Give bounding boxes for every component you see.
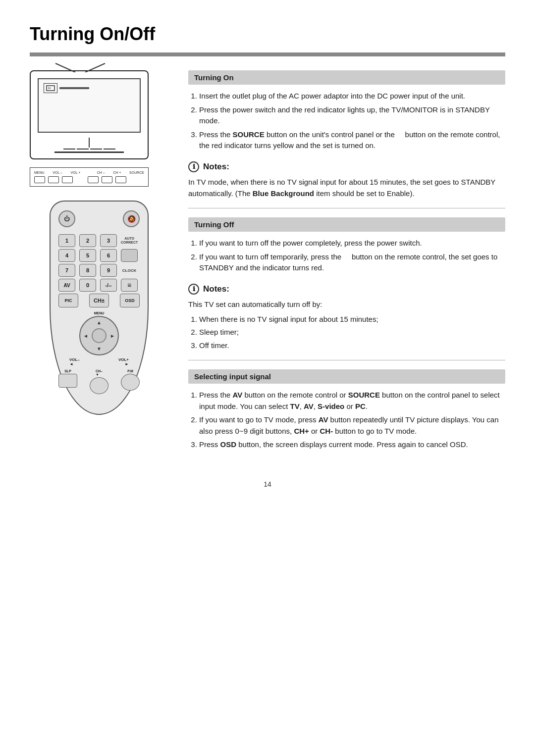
selecting-input-steps: Press the AV button on the remote contro… [188, 390, 505, 451]
notes-item-1: When there is no TV signal input for abo… [199, 314, 505, 325]
control-panel: MENU VOL – VOL + CH – CH + SOURCE [30, 167, 149, 187]
ctrl-btn-ch-plus[interactable] [102, 176, 112, 183]
notes-box-2: ℹ Notes: This TV set can automatically t… [188, 284, 505, 352]
remote-bottom-buttons: SLP CH–▼ P.M [58, 369, 140, 394]
remote-btn-5[interactable]: 5 [79, 249, 96, 262]
ctrl-btn-menu[interactable] [34, 176, 45, 183]
notes-label-1: Notes: [203, 162, 229, 172]
remote-nav-left-arrow: ◄ [83, 333, 88, 339]
page-title: Turning On/Off [30, 24, 505, 45]
turning-on-step-3: Press the SOURCE button on the unit's co… [199, 129, 505, 151]
remote-vol-plus-label: VOL+► [118, 357, 129, 366]
remote-btn-osd[interactable]: OSD [120, 294, 140, 307]
remote-func-row: PIC CH± OSD [58, 294, 140, 307]
remote-btn-dash[interactable]: -/-- [100, 279, 117, 292]
selecting-step-3: Press OSD button, the screen displays cu… [199, 439, 505, 451]
tv-base-line [77, 149, 89, 150]
remote-btn-ch-minus[interactable] [90, 377, 108, 394]
remote-vol-minus-label: VOL–◄ [69, 357, 80, 366]
turning-on-step-2: Press the power switch and the red indic… [199, 104, 505, 127]
ctrl-label-vol-minus: VOL – [53, 171, 62, 174]
svg-rect-2 [47, 86, 54, 91]
remote-nav-ring[interactable]: ▲ ▼ ◄ ► [79, 316, 119, 355]
remote-top-buttons: ⏻ 🔕 [58, 210, 140, 227]
remote-btn-2[interactable]: 2 [79, 234, 96, 247]
remote-btn-s[interactable]: ≡ [121, 279, 138, 292]
selecting-step-1: Press the AV button on the remote contro… [199, 390, 505, 412]
notes-title-1: ℹ Notes: [188, 161, 505, 172]
remote-btn-pm[interactable] [121, 374, 140, 391]
remote-btn-1[interactable]: 1 [58, 234, 75, 247]
power-icon: ⏻ [64, 215, 70, 222]
turning-on-steps: Insert the outlet plug of the AC power a… [188, 91, 505, 151]
ctrl-btn-ch-minus[interactable] [88, 176, 99, 183]
tv-base [54, 151, 124, 153]
ctrl-btn-vol-plus[interactable] [62, 176, 73, 183]
remote-nav-up-arrow: ▲ [97, 320, 102, 325]
remote-auto-correct-label: AUTOCORRECT [121, 234, 138, 247]
turning-on-header: Turning On [188, 70, 505, 85]
remote-pm-label: P.M [127, 369, 133, 373]
tv-base-line [63, 149, 75, 150]
remote-mute-button[interactable]: 🔕 [123, 210, 140, 227]
remote-nav-center-btn[interactable] [92, 328, 107, 343]
control-panel-labels: MENU VOL – VOL + CH – CH + SOURCE [34, 171, 144, 174]
ctrl-label-source: SOURCE [129, 171, 144, 174]
turning-off-step-2: If you want to turn off temporarily, pre… [199, 252, 505, 274]
divider-1 [188, 208, 505, 208]
turning-on-step-1: Insert the outlet plug of the AC power a… [199, 91, 505, 102]
turning-off-step-1: If you want to turn off the power comple… [199, 238, 505, 249]
notes-box-1: ℹ Notes: In TV mode, when there is no TV… [188, 161, 505, 200]
tv-stand [31, 138, 148, 153]
remote-control: ⏻ 🔕 1 2 3 AUTOCORRECT 4 5 6 [50, 201, 149, 415]
remote-slp-label: SLP [64, 369, 71, 373]
remote-btn-6[interactable]: 6 [100, 249, 117, 262]
remote-btn-8[interactable]: 8 [79, 264, 96, 277]
tv-icon-area [44, 83, 89, 93]
tv-neck [74, 138, 104, 148]
remote-btn-0[interactable]: 0 [79, 279, 96, 292]
notes-title-2: ℹ Notes: [188, 284, 505, 295]
remote-btn-av[interactable]: AV [58, 279, 75, 292]
turning-off-steps: If you want to turn off the power comple… [188, 238, 505, 274]
selecting-input-header: Selecting input signal [188, 369, 505, 384]
mute-icon: 🔕 [127, 215, 136, 223]
tv-illustration [30, 70, 149, 159]
ctrl-label-menu: MENU [34, 171, 45, 174]
tv-channel-icon [44, 83, 57, 93]
page-container: Turning On/Off [0, 0, 535, 518]
tv-base-line [104, 149, 115, 150]
remote-btn-7[interactable]: 7 [58, 264, 75, 277]
remote-nav-right-arrow: ► [110, 333, 115, 339]
remote-btn-3[interactable]: 3 [100, 234, 117, 247]
remote-container: ⏻ 🔕 1 2 3 AUTOCORRECT 4 5 6 [30, 201, 168, 415]
remote-btn-4[interactable]: 4 [58, 249, 75, 262]
selecting-step-2: If you want to go to TV mode, press AV b… [199, 414, 505, 437]
remote-menu-label: MENU [94, 311, 105, 315]
notes-item-3: Off timer. [199, 340, 505, 352]
right-column: Turning On Insert the outlet plug of the… [188, 70, 505, 460]
svg-line-0 [55, 63, 75, 72]
remote-btn-9[interactable]: 9 [100, 264, 117, 277]
tv-base-line [90, 149, 102, 150]
notes-label-2: Notes: [203, 284, 229, 294]
tv-base-lines [63, 149, 115, 150]
ctrl-label-ch-plus: CH + [113, 171, 121, 174]
remote-btn-ch-updown[interactable]: CH± [89, 294, 109, 307]
ctrl-label-vol-plus: VOL + [71, 171, 81, 174]
remote-btn-slp[interactable] [58, 374, 77, 388]
main-layout: MENU VOL – VOL + CH – CH + SOURCE [30, 70, 505, 460]
notes-intro-2: This TV set can automatically turn off b… [188, 299, 505, 310]
svg-line-1 [85, 63, 105, 72]
control-panel-buttons [34, 176, 144, 183]
ctrl-btn-vol-minus[interactable] [48, 176, 59, 183]
remote-btn-auto-correct[interactable] [121, 249, 138, 262]
ctrl-btn-source[interactable] [115, 176, 126, 183]
page-number: 14 [30, 480, 505, 488]
remote-btn-pic[interactable]: PIC [58, 294, 78, 307]
remote-power-button[interactable]: ⏻ [58, 210, 75, 227]
turning-off-content: If you want to turn off the power comple… [188, 238, 505, 274]
notes-item-2: Sleep timer; [199, 327, 505, 338]
notes-list-2: When there is no TV signal input for abo… [188, 314, 505, 352]
divider-2 [188, 360, 505, 360]
